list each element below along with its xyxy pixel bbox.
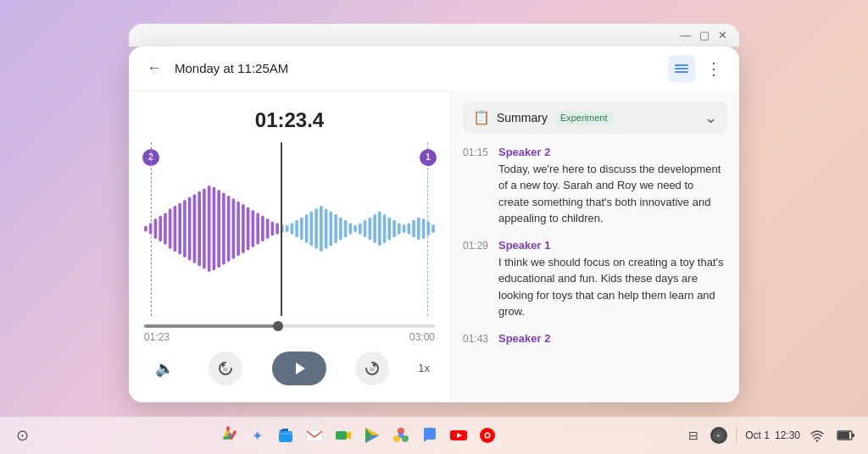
summary-left: 📋 Summary Experiment [473, 109, 614, 125]
summary-icon: 📋 [473, 109, 490, 125]
svg-rect-40 [325, 208, 328, 249]
svg-rect-54 [392, 220, 396, 237]
progress-thumb[interactable] [273, 321, 283, 331]
taskbar-divider [736, 427, 737, 444]
svg-rect-16 [208, 185, 211, 272]
content-area: 01:23.4 2 [129, 91, 739, 402]
svg-rect-13 [193, 194, 197, 263]
svg-rect-62 [431, 224, 435, 233]
svg-rect-56 [403, 224, 406, 233]
svg-rect-32 [286, 225, 289, 233]
waveform-container[interactable]: 2 1 [142, 142, 437, 316]
time-text: 12:30 [775, 429, 800, 441]
progress-section[interactable]: 01:23 03:00 [142, 324, 437, 343]
svg-rect-30 [275, 223, 279, 235]
svg-rect-29 [271, 222, 275, 236]
svg-rect-21 [232, 198, 236, 258]
chrome-icon[interactable] [216, 424, 240, 447]
google-assistant-icon[interactable]: ✦ [245, 424, 269, 447]
transcript-entry: 01:15Speaker 2Today, we're here to discu… [463, 146, 727, 227]
svg-rect-59 [417, 217, 420, 240]
entry-header: 01:43Speaker 2 [463, 332, 727, 345]
progress-total: 03:00 [409, 331, 435, 343]
svg-rect-8 [169, 208, 172, 249]
svg-rect-22 [236, 202, 240, 257]
svg-rect-47 [359, 223, 362, 235]
files-icon[interactable] [274, 424, 298, 447]
svg-rect-25 [252, 210, 255, 247]
svg-text:10: 10 [223, 367, 228, 372]
svg-rect-53 [388, 217, 392, 240]
svg-rect-11 [183, 200, 186, 257]
svg-rect-36 [305, 214, 309, 243]
taskbar-left: ⊙ [10, 424, 34, 447]
chrome-titlebar: — ▢ ✕ [129, 24, 739, 47]
entry-header: 01:29Speaker 1 [463, 239, 727, 252]
svg-rect-7 [164, 213, 167, 244]
controls-row: 🔈 10 [142, 343, 437, 392]
svg-rect-38 [314, 208, 318, 249]
svg-marker-65 [296, 363, 305, 374]
transcript-entry: 01:43Speaker 2 [463, 332, 727, 345]
progress-labels: 01:23 03:00 [144, 331, 435, 343]
taskbar-center: ✦ [216, 424, 499, 447]
close-button[interactable]: ✕ [718, 29, 727, 42]
svg-rect-35 [300, 217, 303, 240]
play-store-icon[interactable] [360, 424, 384, 447]
svg-rect-41 [330, 212, 333, 246]
list-view-button[interactable] [668, 55, 695, 82]
dashed-line-right [427, 142, 428, 316]
titlebar: ← Monday at 11:25AM ⋮ [129, 47, 739, 91]
svg-rect-42 [334, 214, 337, 243]
svg-rect-23 [242, 204, 245, 253]
timestamp-display: 01:23.4 [142, 108, 437, 132]
entry-time: 01:15 [463, 147, 490, 158]
svg-rect-60 [422, 219, 426, 239]
svg-marker-73 [347, 431, 351, 440]
svg-text:+: + [716, 432, 721, 440]
svg-rect-18 [217, 190, 220, 268]
entry-text: I think we should focus on creating a to… [463, 254, 727, 320]
rewind-button[interactable]: 10 [209, 352, 242, 385]
play-button[interactable] [272, 352, 326, 385]
chevron-down-icon[interactable]: ⌄ [704, 108, 717, 127]
meet-icon[interactable] [331, 424, 355, 447]
svg-rect-9 [174, 206, 177, 252]
photos-icon[interactable] [389, 424, 413, 447]
screen-mirror-icon[interactable]: ⊟ [682, 424, 705, 447]
svg-rect-44 [344, 220, 348, 237]
svg-rect-39 [320, 206, 323, 252]
progress-track[interactable] [144, 324, 435, 328]
svg-rect-92 [852, 434, 854, 437]
svg-rect-27 [261, 216, 264, 242]
youtube-music-icon[interactable] [476, 424, 499, 447]
taskbar: ⊙ ✦ [0, 417, 868, 454]
waveform-svg[interactable] [142, 178, 437, 280]
battery-icon[interactable] [834, 424, 858, 447]
system-tray-icon[interactable]: ⊙ [10, 424, 34, 447]
svg-rect-15 [203, 188, 206, 269]
wifi-icon[interactable] [805, 424, 829, 447]
restore-button[interactable]: ▢ [699, 29, 709, 42]
back-button[interactable]: ← [142, 57, 166, 80]
gmail-icon[interactable] [303, 424, 326, 447]
more-options-button[interactable]: ⋮ [702, 58, 726, 79]
volume-button[interactable]: 🔈 [149, 353, 180, 384]
notification-icon[interactable]: + [710, 427, 727, 444]
svg-rect-37 [310, 212, 314, 246]
forward-button[interactable]: 10 [355, 352, 389, 385]
speaker-1-badge-right: 1 [420, 149, 437, 166]
entry-time: 01:29 [463, 240, 490, 252]
svg-rect-46 [353, 225, 357, 233]
youtube-icon[interactable] [447, 424, 470, 447]
transcript-panel: 📋 Summary Experiment ⌄ 01:15Speaker 2Tod… [451, 91, 739, 402]
speed-label[interactable]: 1x [418, 362, 430, 374]
minimize-button[interactable]: — [680, 29, 691, 42]
messages-icon[interactable] [418, 424, 442, 447]
waveform-panel: 01:23.4 2 [129, 91, 451, 402]
titlebar-left: ← Monday at 11:25AM [142, 57, 288, 80]
summary-label: Summary [497, 111, 548, 125]
progress-fill [144, 324, 278, 328]
svg-rect-45 [349, 223, 353, 235]
svg-point-86 [486, 434, 489, 437]
